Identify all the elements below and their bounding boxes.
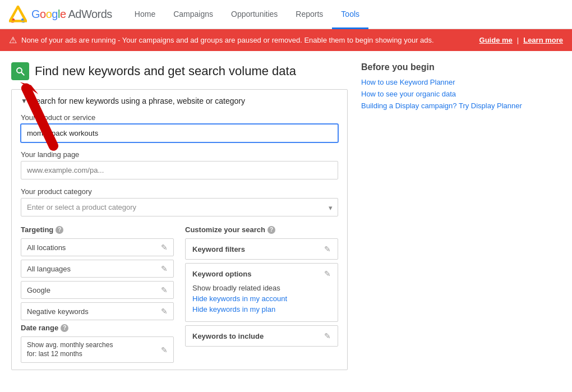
targeting-network-label: Google bbox=[27, 286, 50, 294]
targeting-help-icon[interactable]: ? bbox=[56, 226, 63, 234]
product-field-section: Your product or service bbox=[21, 113, 338, 142]
guide-me-link[interactable]: Guide me bbox=[479, 36, 513, 44]
before-begin-link-organic-data[interactable]: How to see your organic data bbox=[361, 90, 541, 98]
alert-separator: | bbox=[517, 36, 519, 44]
keyword-options-body: Show broadly related ideas Hide keywords… bbox=[186, 284, 338, 321]
targeting-languages-label: All languages bbox=[27, 265, 71, 273]
logo-icon bbox=[9, 6, 27, 24]
targeting-title: Targeting ? bbox=[21, 225, 174, 234]
svg-marker-9 bbox=[20, 82, 39, 94]
broadly-related-text: Show broadly related ideas bbox=[192, 284, 331, 292]
alert-icon: ⚠ bbox=[9, 35, 17, 45]
category-select-wrapper[interactable]: Enter or select a product category bbox=[21, 198, 338, 216]
keyword-options-header[interactable]: Keyword options ✎ bbox=[186, 264, 338, 284]
search-box-header[interactable]: ▼ Search for new keywords using a phrase… bbox=[21, 96, 338, 105]
nav-home[interactable]: Home bbox=[126, 0, 164, 29]
date-range-help-icon[interactable]: ? bbox=[61, 324, 68, 332]
top-nav: Google AdWords Home Campaigns Opportunit… bbox=[0, 0, 572, 29]
landing-label: Your landing page bbox=[21, 150, 338, 159]
logo-area: Google AdWords bbox=[9, 6, 112, 24]
date-range-item[interactable]: Show avg. monthly searchesfor: last 12 m… bbox=[21, 336, 174, 363]
before-begin-link-display-planner[interactable]: Building a Display campaign? Try Display… bbox=[361, 102, 541, 110]
nav-tools[interactable]: Tools bbox=[332, 0, 368, 29]
targeting-locations-label: All locations bbox=[27, 243, 66, 252]
search-box: ▼ Search for new keywords using a phrase… bbox=[11, 89, 348, 370]
category-select[interactable]: Enter or select a product category bbox=[21, 198, 338, 216]
targeting-negative-keywords[interactable]: Negative keywords ✎ bbox=[21, 302, 174, 320]
brand-name: Google AdWords bbox=[31, 8, 112, 21]
targeting-negative-keywords-label: Negative keywords bbox=[27, 307, 89, 316]
date-range-label: Show avg. monthly searchesfor: last 12 m… bbox=[27, 341, 113, 358]
before-begin-link-keyword-planner[interactable]: How to use Keyword Planner bbox=[361, 78, 541, 86]
nav-opportunities[interactable]: Opportunities bbox=[222, 0, 287, 29]
date-range-section: Date range ? Show avg. monthly searchesf… bbox=[21, 324, 174, 363]
chevron-icon: ▼ bbox=[21, 97, 27, 105]
nav-reports[interactable]: Reports bbox=[287, 0, 332, 29]
keyword-filters-header[interactable]: Keyword filters ✎ bbox=[186, 239, 338, 259]
before-begin-title: Before you begin bbox=[361, 62, 541, 72]
keyword-options-edit-icon[interactable]: ✎ bbox=[324, 269, 331, 278]
keywords-to-include-title: Keywords to include bbox=[192, 332, 264, 340]
customize-column: Customize your search ? Keyword filters … bbox=[185, 225, 338, 363]
targeting-column: Targeting ? All locations ✎ All language… bbox=[21, 225, 174, 363]
page-title-row: Find new keywords and get search volume … bbox=[11, 62, 348, 80]
product-label: Your product or service bbox=[21, 113, 338, 122]
hide-in-plan-link[interactable]: Hide keywords in my plan bbox=[192, 305, 331, 313]
svg-line-6 bbox=[21, 72, 24, 75]
landing-page-section: Your landing page bbox=[21, 150, 338, 179]
main-nav: Home Campaigns Opportunities Reports Too… bbox=[126, 0, 368, 29]
landing-page-input[interactable] bbox=[21, 161, 338, 179]
keywords-to-include-edit-icon[interactable]: ✎ bbox=[324, 331, 331, 340]
customize-help-icon[interactable]: ? bbox=[267, 226, 275, 234]
date-range-edit-icon[interactable]: ✎ bbox=[161, 345, 168, 354]
network-edit-icon[interactable]: ✎ bbox=[161, 285, 168, 294]
page-title: Find new keywords and get search volume … bbox=[35, 64, 296, 79]
keyword-filters-edit-icon[interactable]: ✎ bbox=[324, 245, 331, 253]
keywords-to-include-item: Keywords to include ✎ bbox=[185, 325, 338, 347]
keyword-filters-title: Keyword filters bbox=[192, 245, 245, 253]
customize-title: Customize your search ? bbox=[185, 225, 338, 234]
main-content: Find new keywords and get search volume … bbox=[0, 51, 572, 381]
bottom-row: Targeting ? All locations ✎ All language… bbox=[21, 225, 338, 363]
keyword-options-item: Keyword options ✎ Show broadly related i… bbox=[185, 263, 338, 322]
category-label: Your product category bbox=[21, 187, 338, 196]
search-icon-circle bbox=[11, 62, 29, 80]
hide-in-account-link[interactable]: Hide keywords in my account bbox=[192, 294, 331, 303]
learn-more-link[interactable]: Learn more bbox=[523, 36, 563, 44]
product-input[interactable] bbox=[21, 124, 338, 142]
nav-campaigns[interactable]: Campaigns bbox=[164, 0, 222, 29]
date-range-title: Date range ? bbox=[21, 324, 174, 332]
product-category-section: Your product category Enter or select a … bbox=[21, 187, 338, 216]
languages-edit-icon[interactable]: ✎ bbox=[161, 264, 168, 273]
locations-edit-icon[interactable]: ✎ bbox=[161, 243, 168, 252]
keyword-options-title: Keyword options bbox=[192, 270, 251, 278]
targeting-locations[interactable]: All locations ✎ bbox=[21, 238, 174, 256]
left-panel: Find new keywords and get search volume … bbox=[11, 62, 348, 370]
negative-keywords-edit-icon[interactable]: ✎ bbox=[161, 307, 168, 316]
targeting-network[interactable]: Google ✎ bbox=[21, 281, 174, 299]
keywords-to-include-header[interactable]: Keywords to include ✎ bbox=[186, 326, 338, 346]
right-panel: Before you begin How to use Keyword Plan… bbox=[361, 62, 541, 370]
alert-message: None of your ads are running - Your camp… bbox=[21, 36, 479, 44]
keyword-filters-item: Keyword filters ✎ bbox=[185, 238, 338, 260]
targeting-languages[interactable]: All languages ✎ bbox=[21, 260, 174, 278]
alert-banner: ⚠ None of your ads are running - Your ca… bbox=[0, 29, 572, 51]
search-box-title: Search for new keywords using a phrase, … bbox=[31, 96, 245, 105]
